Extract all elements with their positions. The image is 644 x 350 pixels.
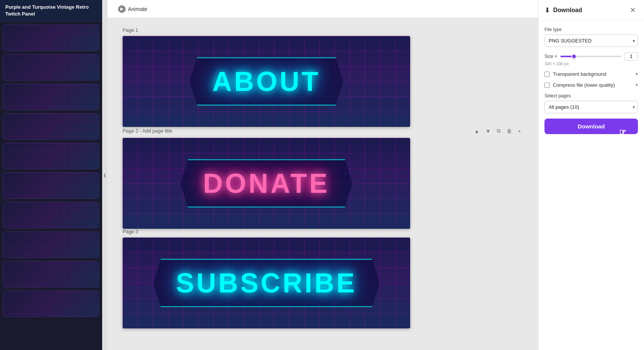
canvas-hex-frame-page1: ABOUT [190, 57, 343, 106]
compress-file-label[interactable]: Compress file (lower quality) [553, 82, 615, 88]
sidebar-item-about[interactable]: ABOUT [3, 25, 99, 51]
sidebar-item-merch[interactable]: MERCH [3, 261, 99, 288]
transparent-bg-row: Transparent background ▾ [544, 71, 638, 77]
sidebar-title: Purple and Turquoise Vintage Retro Twitc… [0, 0, 102, 22]
page-label-text-page1: Page 1 [123, 27, 138, 33]
size-row: Size × 1 [544, 52, 638, 61]
sidebar-item-sponsors[interactable]: SPONSORS [3, 291, 99, 317]
select-pages-label: Select pages [544, 93, 638, 98]
page-label-text-page2: Page 2 - Add page title [123, 128, 173, 134]
download-header-icon: ⬇ [544, 6, 550, 14]
close-download-button[interactable]: ✕ [628, 5, 638, 15]
transparent-bg-checkbox[interactable] [544, 72, 550, 77]
sidebar-item-schedule[interactable]: SCHEDULE [3, 113, 99, 140]
page-action-btn-page2-4[interactable]: + [516, 127, 523, 135]
page-section-page2: Page 2 - Add page title▲▼⧉🗑+DONATE [123, 127, 523, 229]
canvas-panel-page1[interactable]: ABOUT [123, 36, 410, 127]
size-section: Size × 1 320 × 100 px [544, 52, 638, 66]
page-label-text-page3: Page 3 [123, 229, 138, 234]
sidebar-item-pc-setup[interactable]: PC SETUP AND GEAR [3, 202, 99, 228]
page-label-page1: Page 1 [123, 27, 523, 33]
file-type-section: File type PNG SUGGESTED JPG SVG PDF MP4 … [544, 27, 638, 47]
select-pages-wrap: All pages (10) Current page ▾ [544, 101, 638, 113]
canvas-text-wrap-page2: DONATE [123, 138, 410, 229]
animate-icon: ▶ [118, 5, 126, 13]
collapse-handle[interactable]: ❮ [102, 0, 107, 350]
sidebar-item-rules[interactable]: RULES [3, 143, 99, 169]
download-body: File type PNG SUGGESTED JPG SVG PDF MP4 … [538, 21, 644, 140]
download-panel: ⬇ Download ✕ File type PNG SUGGESTED JPG… [538, 0, 644, 350]
canvas-main-text-page3: SUBSCRIBE [176, 267, 357, 298]
page-label-page3: Page 3 [123, 229, 523, 234]
canvas-text-wrap-page1: ABOUT [123, 36, 410, 127]
canvas-main-text-page1: ABOUT [212, 66, 320, 97]
canvas-text-wrap-page3: SUBSCRIBE [123, 238, 410, 328]
page-action-btn-page2-2[interactable]: ⧉ [495, 127, 502, 135]
page-action-btn-page2-0[interactable]: ▲ [472, 127, 481, 135]
canvas-hex-frame-page3: SUBSCRIBE [153, 259, 380, 307]
size-slider[interactable] [560, 56, 621, 57]
page-section-page3: Page 3SUBSCRIBE [123, 229, 523, 328]
select-pages-select[interactable]: All pages (10) Current page [544, 101, 638, 113]
canvas-panel-page2[interactable]: DONATE [123, 138, 410, 229]
compress-file-checkbox[interactable] [544, 83, 550, 88]
file-type-label: File type [544, 27, 638, 32]
download-header: ⬇ Download ✕ [538, 0, 644, 21]
select-pages-section: Select pages All pages (10) Current page… [544, 93, 638, 113]
canvas-panel-page3[interactable]: SUBSCRIBE [123, 238, 410, 328]
download-title: Download [553, 7, 582, 14]
compress-file-row: Compress file (lower quality) ▾ [544, 82, 638, 88]
size-input[interactable]: 1 [624, 52, 638, 61]
compress-expand[interactable]: ▾ [636, 83, 638, 88]
canvas-area: Page 1ABOUTPage 2 - Add page title▲▼⧉🗑+D… [107, 18, 538, 350]
canvas-main-text-page2: DONATE [203, 168, 330, 199]
size-label: Size × [544, 54, 557, 59]
transparent-bg-expand[interactable]: ▾ [636, 72, 638, 77]
sidebar: Purple and Turquoise Vintage Retro Twitc… [0, 0, 102, 350]
transparent-bg-label[interactable]: Transparent background [553, 71, 606, 77]
download-button[interactable]: Download ☞ [544, 119, 638, 134]
sidebar-item-donate[interactable]: DONATE [3, 54, 99, 81]
page-section-page1: Page 1ABOUT [123, 27, 523, 127]
animate-button[interactable]: ▶ Animate [114, 3, 152, 15]
main-area: ▶ Animate Page 1ABOUTPage 2 - Add page t… [107, 0, 538, 350]
download-title-row: ⬇ Download [544, 6, 582, 14]
download-btn-label: Download [578, 123, 605, 130]
page-action-btn-page2-3[interactable]: 🗑 [505, 127, 514, 135]
sidebar-item-playlist[interactable]: PLAYLIST [3, 231, 99, 258]
size-px: 320 × 100 px [544, 61, 638, 66]
sidebar-item-subscribe[interactable]: SUBSCRIBE [3, 84, 99, 110]
canvas-hex-frame-page2: DONATE [180, 159, 353, 208]
toolbar: ▶ Animate [107, 0, 538, 18]
page-action-btn-page2-1[interactable]: ▼ [484, 127, 493, 135]
sidebar-item-social-media[interactable]: SOCIAL MEDIA [3, 172, 99, 199]
file-type-select[interactable]: PNG SUGGESTED JPG SVG PDF MP4 GIF [544, 34, 638, 47]
page-label-page2: Page 2 - Add page title▲▼⧉🗑+ [123, 127, 523, 135]
page-actions-page2: ▲▼⧉🗑+ [472, 127, 523, 135]
animate-label: Animate [128, 6, 147, 12]
cursor-icon: ☞ [619, 127, 627, 137]
file-type-select-wrap: PNG SUGGESTED JPG SVG PDF MP4 GIF ▾ [544, 34, 638, 47]
